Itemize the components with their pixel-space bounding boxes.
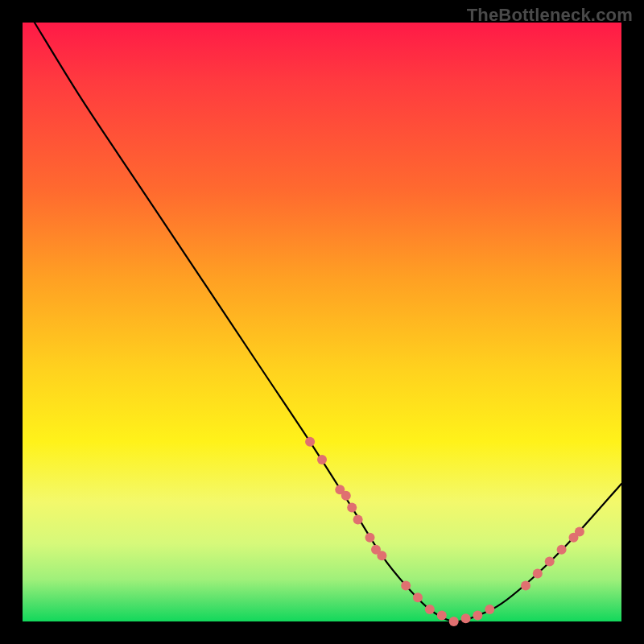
data-marker xyxy=(353,515,363,525)
data-marker xyxy=(473,611,482,621)
watermark-text: TheBottleneck.com xyxy=(467,5,633,26)
data-marker xyxy=(533,569,543,579)
data-marker xyxy=(317,455,327,464)
data-marker xyxy=(461,613,471,623)
data-marker xyxy=(521,580,530,590)
bottleneck-curve xyxy=(35,23,621,621)
data-marker xyxy=(425,605,435,614)
data-marker xyxy=(413,592,423,602)
data-marker xyxy=(437,611,447,621)
data-marker xyxy=(305,437,315,447)
chart-frame: TheBottleneck.com xyxy=(0,0,644,644)
data-marker xyxy=(377,551,386,560)
data-marker xyxy=(341,491,351,501)
data-marker xyxy=(557,545,567,555)
data-marker xyxy=(485,605,494,614)
data-marker xyxy=(545,557,555,567)
data-marker xyxy=(401,580,411,590)
chart-svg xyxy=(23,23,621,621)
plot-area xyxy=(23,23,621,621)
data-marker xyxy=(365,533,375,543)
marker-group xyxy=(305,437,584,626)
data-marker xyxy=(575,526,584,536)
data-marker xyxy=(347,503,357,513)
data-marker xyxy=(449,617,459,626)
